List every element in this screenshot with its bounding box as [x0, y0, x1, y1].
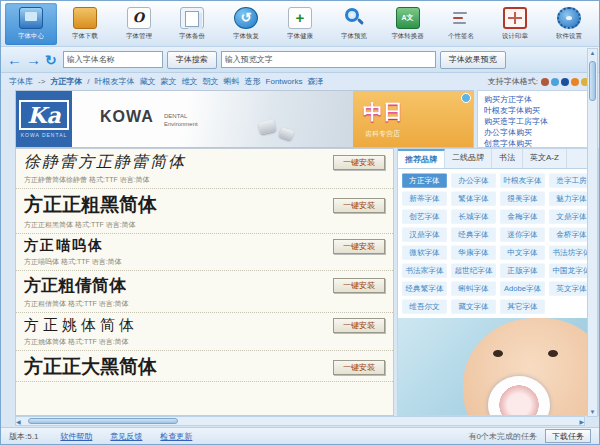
category-link[interactable]: 方正字体: [402, 173, 447, 187]
category-link[interactable]: 创艺字体: [402, 209, 447, 223]
format-ttf-icon[interactable]: [541, 78, 549, 86]
toolbar-signature[interactable]: 个性签名: [436, 3, 488, 45]
brand-link[interactable]: 叶根友字体: [95, 76, 135, 87]
vertical-scrollbar[interactable]: ▲ ▼: [587, 48, 598, 417]
toolbar-font-health[interactable]: + 字体健康: [274, 3, 326, 45]
scroll-left-icon[interactable]: ◀: [16, 417, 21, 426]
category-link[interactable]: 维吾尔文: [402, 299, 447, 313]
forward-icon[interactable]: →: [26, 52, 41, 67]
category-link[interactable]: 超世纪字体: [451, 263, 496, 277]
toolbar-font-preview[interactable]: 字体预览: [328, 3, 380, 45]
tasks-status-text: 有0个未完成的任务: [469, 431, 537, 442]
check-update-link[interactable]: 检查更新: [160, 431, 192, 442]
install-button[interactable]: 一键安装: [333, 278, 385, 293]
brand-link[interactable]: 蝌蚪: [224, 76, 240, 87]
category-link[interactable]: 其它字体: [500, 299, 545, 313]
brand-link[interactable]: 蒙文: [161, 76, 177, 87]
font-name: 方正正粗黑简体: [24, 192, 157, 218]
category-link[interactable]: 迷你字体: [500, 227, 545, 241]
format-otf-icon[interactable]: [551, 78, 559, 86]
install-button[interactable]: 一键安装: [333, 360, 385, 375]
category-link[interactable]: 中文字体: [500, 245, 545, 259]
brand-link[interactable]: 朝文: [203, 76, 219, 87]
kowa-ad-banner[interactable]: Ka KOWA DENTAL KOWA DENTAL Environment 中…: [15, 90, 474, 148]
category-link[interactable]: 藏文字体: [451, 299, 496, 313]
preview-text-input[interactable]: [221, 51, 436, 68]
font-name-input[interactable]: [63, 51, 163, 68]
brand-link[interactable]: Fontworks: [266, 77, 303, 86]
category-link[interactable]: 办公字体: [451, 173, 496, 187]
toolbar-stamp[interactable]: 设计印章: [489, 3, 541, 45]
toolbar-font-backup[interactable]: 字体备份: [166, 3, 218, 45]
tab-second-tier-brands[interactable]: 二线品牌: [445, 149, 492, 168]
breadcrumb-current[interactable]: 方正字体: [50, 76, 82, 87]
category-link[interactable]: 正版字体: [500, 263, 545, 277]
toolbar-font-convert[interactable]: A文 字体转换器: [382, 3, 434, 45]
tab-recommended-brands[interactable]: 推荐品牌: [398, 149, 445, 168]
category-link[interactable]: 经典繁字体: [402, 281, 447, 295]
vscroll-thumb[interactable]: [589, 61, 596, 101]
kowa-logo-text: Ka: [19, 100, 68, 130]
category-link[interactable]: 华康字体: [451, 245, 496, 259]
banner-row: Ka KOWA DENTAL KOWA DENTAL Environment 中…: [1, 90, 599, 148]
scroll-right-icon[interactable]: ▶: [579, 417, 584, 426]
purchase-link[interactable]: 购买方正字体: [484, 94, 588, 105]
font-name: 徐静蕾方正静蕾简体: [24, 152, 186, 173]
category-link[interactable]: 微软字体: [402, 245, 447, 259]
toolbar-font-center[interactable]: 字体中心: [5, 3, 57, 45]
back-icon[interactable]: ←: [7, 52, 22, 67]
purchase-link[interactable]: 办公字体购买: [484, 127, 588, 138]
breadcrumb-root[interactable]: 字体库: [9, 76, 33, 87]
font-download-icon: [73, 7, 97, 29]
download-tasks-button[interactable]: 下载任务: [545, 429, 591, 443]
baby-photo-ad[interactable]: [398, 318, 598, 415]
category-link[interactable]: 蝌蚪字体: [451, 281, 496, 295]
refresh-icon[interactable]: ↻: [45, 52, 57, 68]
category-sidebar: 推荐品牌 二线品牌 书法 英文A-Z 方正字体 办公字体 叶根友字体 造字工房 …: [397, 148, 599, 416]
category-link[interactable]: 很美字体: [500, 191, 545, 205]
banner-close-icon[interactable]: [461, 93, 471, 103]
font-meta: 方正粗倩简体 格式:TTF 语言:简体: [24, 299, 385, 311]
brand-link[interactable]: 维文: [182, 76, 198, 87]
install-button[interactable]: 一键安装: [333, 198, 385, 213]
horizontal-scrollbar[interactable]: ◀ ▶: [15, 416, 585, 426]
purchase-link[interactable]: 叶根友字体购买: [484, 105, 588, 116]
install-button[interactable]: 一键安装: [333, 155, 385, 170]
brand-link[interactable]: 森泽: [307, 76, 323, 87]
tab-english-az[interactable]: 英文A-Z: [523, 149, 567, 168]
banner-middle: KOWA DENTAL Environment: [72, 91, 353, 147]
category-link[interactable]: 汉鼎字体: [402, 227, 447, 241]
brand-link[interactable]: 藏文: [140, 76, 156, 87]
scroll-up-icon[interactable]: ▲: [590, 49, 596, 57]
format-fon-icon[interactable]: [561, 78, 569, 86]
category-link[interactable]: 书法家字体: [402, 263, 447, 277]
purchase-link[interactable]: 购买造字工房字体: [484, 116, 588, 127]
category-link[interactable]: 叶根友字体: [500, 173, 545, 187]
toolbar-font-manage[interactable]: O 字体管理: [113, 3, 165, 45]
toolbar-settings[interactable]: 软件设置: [543, 3, 595, 45]
category-link[interactable]: 长城字体: [451, 209, 496, 223]
toolbar-font-restore[interactable]: ↺ 字体恢复: [220, 3, 272, 45]
font-search-button[interactable]: 字体搜索: [167, 51, 217, 69]
category-link[interactable]: 经典字体: [451, 227, 496, 241]
feedback-link[interactable]: 意见反馈: [110, 431, 142, 442]
install-button[interactable]: 一键安装: [333, 239, 385, 254]
format-ttc-icon[interactable]: [571, 78, 579, 86]
font-row: 方正姚体简体 一键安装 方正姚体简体 格式:TTF 语言:简体: [16, 313, 393, 351]
category-link[interactable]: 金梅字体: [500, 209, 545, 223]
font-preview-button[interactable]: 字体效果预览: [440, 51, 506, 69]
tab-calligraphy[interactable]: 书法: [492, 149, 523, 168]
brand-link[interactable]: 造形: [245, 76, 261, 87]
help-link[interactable]: 软件帮助: [60, 431, 92, 442]
scroll-down-icon[interactable]: ▼: [590, 408, 596, 416]
toolbar-font-download[interactable]: 字体下载: [59, 3, 111, 45]
hscroll-thumb[interactable]: [28, 418, 178, 424]
category-link[interactable]: Adobe字体: [500, 281, 545, 295]
breadcrumb-separator: /: [87, 77, 89, 86]
font-meta: 方正喵呜体 格式:TTF 语言:简体: [24, 257, 385, 269]
category-link[interactable]: 繁体字体: [451, 191, 496, 205]
main-content: 徐静蕾方正静蕾简体 一键安装 方正静蕾简体徐静蕾 格式:TTF 语言:简体 方正…: [1, 148, 599, 416]
baby-eye: [493, 350, 503, 357]
category-link[interactable]: 新蒂字体: [402, 191, 447, 205]
install-button[interactable]: 一键安装: [333, 318, 385, 333]
